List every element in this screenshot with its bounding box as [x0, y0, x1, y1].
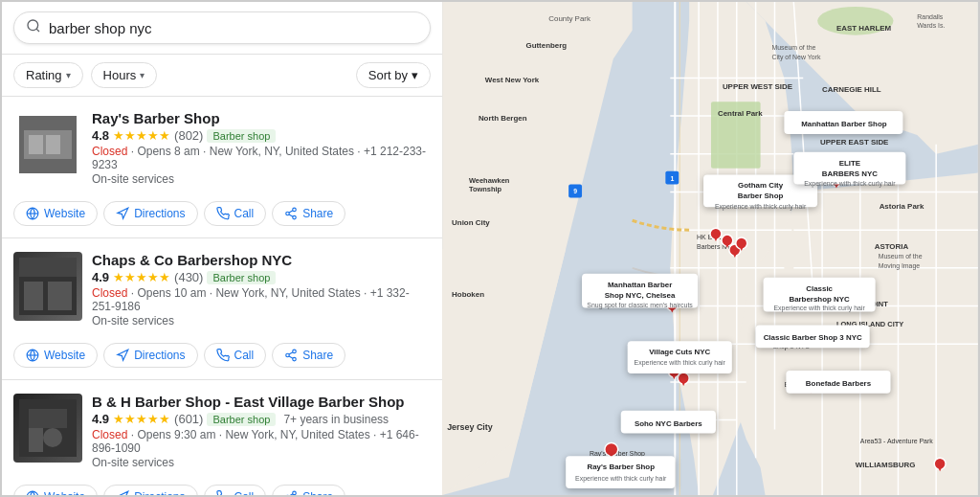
search-icon — [26, 18, 41, 37]
results-list: Ray's Barber Shop 4.8 ★★★★★ (802) Barber… — [2, 97, 442, 495]
svg-text:Classic Barber Shop 3 NYC: Classic Barber Shop 3 NYC — [764, 333, 862, 342]
directions-button[interactable]: Directions — [103, 343, 197, 368]
svg-point-11 — [293, 215, 297, 219]
share-button[interactable]: Share — [272, 343, 345, 368]
svg-text:Manhattan Barber Shop: Manhattan Barber Shop — [801, 120, 887, 128]
svg-point-21 — [293, 350, 297, 353]
result-status: Closed · Opens 10 am · New York, NY, Uni… — [92, 286, 431, 313]
result-name: Ray's Barber Shop — [92, 110, 431, 126]
hours-filter-button[interactable]: Hours ▾ — [91, 62, 158, 88]
website-button[interactable]: Website — [13, 485, 98, 495]
svg-text:Museum of the: Museum of the — [771, 44, 815, 51]
svg-text:CARNEGIE HILL: CARNEGIE HILL — [822, 85, 881, 94]
svg-text:Manhattan Barber: Manhattan Barber — [608, 281, 672, 289]
svg-line-13 — [289, 211, 293, 213]
svg-point-0 — [28, 20, 38, 31]
list-item: Chaps & Co Barbershop NYC 4.9 ★★★★★ (430… — [2, 238, 442, 380]
svg-text:Union City: Union City — [452, 218, 490, 227]
svg-text:Central Park: Central Park — [718, 109, 763, 118]
svg-text:Experience with thick curly ha: Experience with thick curly hair — [575, 475, 667, 483]
sort-button[interactable]: Sort by ▾ — [356, 62, 431, 88]
svg-text:9: 9 — [573, 188, 577, 194]
result-services: On-site services — [92, 456, 431, 469]
result-name: B & H Barber Shop - East Village Barber … — [92, 394, 431, 410]
action-buttons: Website Directions Call Share — [13, 192, 431, 237]
svg-text:UPPER WEST SIDE: UPPER WEST SIDE — [723, 82, 792, 91]
svg-point-23 — [293, 357, 297, 361]
svg-text:City of New York: City of New York — [771, 54, 820, 61]
svg-text:Experience with thick curly ha: Experience with thick curly hair — [635, 359, 726, 367]
svg-text:Randalls: Randalls — [917, 13, 944, 20]
svg-text:West New York: West New York — [485, 76, 540, 84]
svg-line-25 — [289, 352, 293, 354]
svg-line-24 — [289, 356, 293, 358]
svg-line-1 — [36, 29, 39, 32]
share-button[interactable]: Share — [272, 201, 345, 226]
svg-text:Soho NYC Barbers: Soho NYC Barbers — [635, 419, 702, 428]
list-item: Ray's Barber Shop 4.8 ★★★★★ (802) Barber… — [2, 97, 442, 238]
svg-text:Experience with thick curly ha: Experience with thick curly hair — [715, 203, 807, 211]
svg-rect-28 — [29, 409, 67, 428]
svg-rect-4 — [29, 135, 43, 154]
svg-point-10 — [286, 212, 290, 215]
svg-text:North Bergen: North Bergen — [479, 114, 527, 123]
share-button[interactable]: Share — [272, 485, 345, 495]
svg-point-29 — [43, 428, 62, 447]
svg-text:Museum of the: Museum of the — [879, 253, 923, 260]
svg-text:BARBERS NYC: BARBERS NYC — [822, 169, 878, 178]
svg-marker-32 — [118, 491, 128, 495]
svg-text:UPPER EAST SIDE: UPPER EAST SIDE — [820, 138, 888, 147]
directions-button[interactable]: Directions — [103, 485, 197, 495]
svg-rect-27 — [29, 428, 43, 452]
svg-text:County Park: County Park — [548, 14, 590, 23]
svg-text:Township: Township — [469, 185, 502, 193]
svg-text:Moving Image: Moving Image — [879, 262, 921, 270]
search-input[interactable] — [49, 20, 418, 36]
result-services: On-site services — [92, 172, 431, 186]
svg-text:Classic: Classic — [806, 284, 833, 293]
svg-point-9 — [293, 208, 297, 212]
svg-text:Astoria Park: Astoria Park — [880, 202, 924, 211]
svg-text:Barber Shop: Barber Shop — [738, 192, 784, 200]
result-rating: 4.9 ★★★★★ (601) Barber shop 7+ years in … — [92, 412, 431, 426]
map-panel[interactable]: County Park Guttenberg EAST HARLEM Museu… — [442, 2, 978, 495]
svg-text:Jersey City: Jersey City — [447, 422, 493, 432]
svg-text:Snug spot for classic men's ha: Snug spot for classic men's haircuts — [587, 302, 693, 309]
chevron-down-icon: ▾ — [140, 70, 145, 80]
svg-text:ASTORIA: ASTORIA — [875, 242, 909, 251]
call-button[interactable]: Call — [204, 485, 267, 495]
svg-text:WILLIAMSBURG: WILLIAMSBURG — [856, 461, 916, 469]
svg-rect-164 — [566, 456, 675, 488]
website-button[interactable]: Website — [13, 201, 98, 226]
svg-point-33 — [293, 491, 297, 495]
call-button[interactable]: Call — [204, 201, 267, 226]
result-image — [13, 110, 82, 179]
website-button[interactable]: Website — [13, 343, 98, 368]
svg-text:Guttenberg: Guttenberg — [525, 41, 567, 50]
filter-bar: Rating ▾ Hours ▾ Sort by ▾ — [2, 55, 442, 97]
svg-text:1: 1 — [670, 175, 674, 182]
result-image — [13, 252, 82, 321]
svg-text:Hoboken: Hoboken — [452, 290, 484, 299]
svg-rect-5 — [46, 135, 60, 154]
svg-text:Area53 - Adventure Park: Area53 - Adventure Park — [860, 438, 934, 444]
chevron-down-icon: ▾ — [412, 68, 418, 82]
svg-marker-8 — [118, 208, 128, 218]
svg-text:Gotham City: Gotham City — [738, 181, 784, 190]
svg-text:Weehawken: Weehawken — [469, 176, 510, 185]
result-image — [13, 394, 82, 463]
call-button[interactable]: Call — [204, 343, 267, 368]
svg-text:EAST HARLEM: EAST HARLEM — [836, 24, 892, 33]
svg-rect-179 — [628, 341, 732, 373]
svg-text:Wards Is.: Wards Is. — [917, 22, 945, 29]
svg-text:Barbershop NYC: Barbershop NYC — [789, 295, 850, 304]
rating-filter-button[interactable]: Rating ▾ — [13, 62, 83, 88]
action-buttons: Website Directions Call Share — [13, 333, 431, 379]
directions-button[interactable]: Directions — [103, 201, 197, 226]
result-rating: 4.8 ★★★★★ (802) Barber shop — [92, 128, 431, 143]
search-bar — [2, 2, 442, 55]
result-name: Chaps & Co Barbershop NYC — [92, 252, 431, 268]
svg-rect-17 — [48, 282, 72, 310]
svg-text:ELITE: ELITE — [839, 159, 860, 168]
svg-line-37 — [289, 494, 293, 495]
